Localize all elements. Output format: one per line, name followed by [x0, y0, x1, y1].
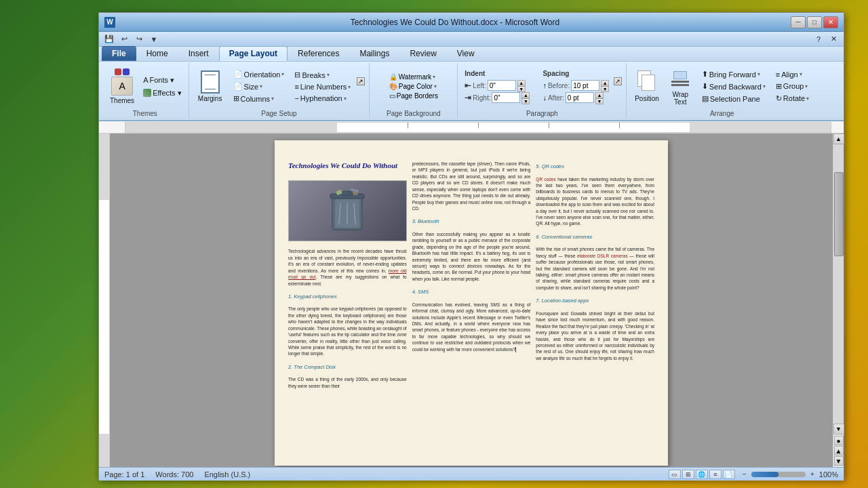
- ribbon-group-themes: A Themes A Fonts ▾ Effects ▾ Themes: [102, 63, 189, 119]
- watermark-label: Watermark: [399, 73, 432, 81]
- hyphenation-button[interactable]: − Hyphenation ▾: [292, 93, 349, 104]
- paragraph-dialog-launcher[interactable]: ↗: [614, 77, 622, 85]
- select-browse-object-button[interactable]: ●: [834, 436, 844, 445]
- zoom-in-button[interactable]: +: [808, 470, 816, 479]
- indent-left-input[interactable]: 0": [488, 80, 516, 91]
- column-1: Technologies We Could Do Without: [288, 161, 407, 452]
- ruler-margin-right: [690, 123, 831, 132]
- page-color-label: Page Color: [399, 83, 433, 90]
- page-indicator: Page: 1 of 1: [104, 470, 144, 479]
- wrap-text-button[interactable]: WrapText: [665, 65, 696, 108]
- full-screen-button[interactable]: ⊞: [682, 470, 694, 479]
- draft-button[interactable]: 📄: [723, 470, 735, 479]
- column-3: 5. QR codes QR codes have taken the mark…: [536, 161, 654, 452]
- view-mode-buttons: ▭ ⊞ 🌐 ≡ 📄: [669, 470, 735, 479]
- position-label: Position: [635, 95, 659, 102]
- print-layout-button[interactable]: ▭: [669, 470, 681, 479]
- effects-button[interactable]: Effects ▾: [140, 87, 184, 99]
- zoom-out-button[interactable]: −: [741, 470, 749, 479]
- selection-pane-button[interactable]: ▤ Selection Pane: [699, 93, 763, 104]
- quick-access-toolbar: 💾 ↩ ↪ ▼ ? ✕: [99, 32, 844, 47]
- horizontal-ruler: [125, 122, 831, 133]
- send-backward-icon: ⬇: [702, 82, 708, 91]
- tab-insert[interactable]: Insert: [178, 46, 219, 61]
- breaks-button[interactable]: ⊟ Breaks ▾: [292, 69, 332, 81]
- scroll-track[interactable]: [833, 144, 844, 424]
- group-button[interactable]: ⊞ Group ▾: [773, 81, 811, 92]
- ruler-active: [337, 123, 690, 132]
- page-setup-group-label: Page Setup: [261, 110, 296, 117]
- themes-button[interactable]: A Themes: [106, 65, 138, 108]
- zoom-slider[interactable]: [751, 472, 806, 477]
- tab-mailings[interactable]: Mailings: [349, 46, 399, 61]
- line-numbers-icon: ≡: [294, 83, 298, 91]
- size-button[interactable]: 📄 Size ▾: [231, 81, 265, 92]
- text-cursor: [515, 347, 516, 352]
- page-setup-dialog-launcher[interactable]: ↗: [357, 77, 365, 85]
- maximize-button[interactable]: □: [807, 16, 822, 28]
- page-borders-label: Page Borders: [397, 92, 438, 100]
- fonts-button[interactable]: A Fonts ▾: [140, 75, 184, 86]
- indent-right-label: Right:: [473, 94, 490, 102]
- watermark-icon: 🔒: [389, 73, 397, 81]
- close-doc-icon[interactable]: ✕: [827, 33, 840, 45]
- page-color-button[interactable]: 🎨 Page Color ▾: [387, 82, 441, 91]
- undo-button[interactable]: ↩: [118, 33, 130, 45]
- help-icon[interactable]: ?: [812, 33, 825, 45]
- bring-forward-label: Bring Forward: [709, 70, 756, 79]
- vertical-scrollbar[interactable]: ▲ ▼ ● ▲ ▼: [833, 134, 844, 467]
- margins-button[interactable]: Margins: [193, 65, 227, 108]
- position-button[interactable]: Position: [631, 65, 663, 108]
- document-page: Technologies We Could Do Without: [275, 140, 668, 466]
- scroll-thumb[interactable]: [834, 172, 844, 256]
- col2-text-3: Communication has evolved, leaving SMS a…: [412, 302, 531, 352]
- tab-home[interactable]: Home: [136, 46, 178, 61]
- align-button[interactable]: ≡ Align ▾: [773, 69, 805, 80]
- prev-page-button[interactable]: ▲: [834, 446, 844, 455]
- vruler-active: [99, 200, 109, 433]
- close-button[interactable]: ✕: [823, 16, 838, 28]
- indent-right-spinner[interactable]: ▲ ▼: [521, 92, 530, 103]
- document-image: [288, 180, 407, 241]
- indent-left-spinner[interactable]: ▲ ▼: [517, 80, 526, 91]
- redo-button[interactable]: ↪: [133, 33, 145, 45]
- size-icon: 📄: [233, 82, 243, 91]
- rotate-button[interactable]: ↻ Rotate ▾: [773, 93, 812, 104]
- scroll-up-button[interactable]: ▲: [833, 134, 844, 144]
- web-layout-button[interactable]: 🌐: [696, 470, 708, 479]
- page-borders-button[interactable]: ▭ Page Borders: [387, 92, 441, 100]
- line-numbers-button[interactable]: ≡ Line Numbers ▾: [292, 81, 353, 92]
- spacing-before-input[interactable]: [571, 80, 599, 91]
- bring-forward-button[interactable]: ⬆ Bring Forward ▾: [699, 68, 763, 80]
- ruler-margin-left: [125, 123, 337, 132]
- tab-page-layout[interactable]: Page Layout: [219, 46, 288, 61]
- watermark-button[interactable]: 🔒 Watermark ▾: [387, 73, 441, 81]
- selection-pane-icon: ▤: [702, 94, 709, 103]
- columns-button[interactable]: ⊞ Columns ▾: [231, 93, 277, 104]
- spacing-after-label: After:: [548, 94, 564, 102]
- main-content: Technologies We Could Do Without: [99, 134, 844, 467]
- next-page-button[interactable]: ▼: [834, 456, 844, 466]
- margin-top-line: [205, 75, 216, 75]
- paragraph-group-label: Paragraph: [526, 110, 558, 117]
- document-title: Technologies We Could Do Without: [288, 161, 407, 171]
- spacing-after-input[interactable]: [566, 92, 594, 103]
- tab-references[interactable]: References: [288, 46, 349, 61]
- tab-review[interactable]: Review: [399, 46, 446, 61]
- outline-button[interactable]: ≡: [709, 470, 722, 479]
- spacing-after-spinner[interactable]: ▲ ▼: [595, 92, 604, 103]
- minimize-button[interactable]: ─: [791, 16, 806, 28]
- scroll-down-button[interactable]: ▼: [833, 424, 844, 434]
- send-backward-button[interactable]: ⬇ Send Backward ▾: [699, 81, 768, 92]
- tab-view[interactable]: View: [447, 46, 485, 61]
- tab-file[interactable]: File: [102, 46, 136, 61]
- title-bar: W Technologies We Could Do Without.docx …: [99, 13, 844, 32]
- svg-rect-3: [342, 191, 353, 195]
- save-button[interactable]: 💾: [103, 33, 115, 45]
- themes-group-label: Themes: [133, 110, 157, 117]
- spacing-before-icon: ↑: [542, 81, 547, 89]
- orientation-button[interactable]: 📄 Orientation ▾: [231, 68, 288, 80]
- indent-right-input[interactable]: 0": [492, 92, 520, 103]
- spacing-before-spinner[interactable]: ▲ ▼: [601, 80, 609, 91]
- customize-qat-button[interactable]: ▼: [148, 33, 160, 45]
